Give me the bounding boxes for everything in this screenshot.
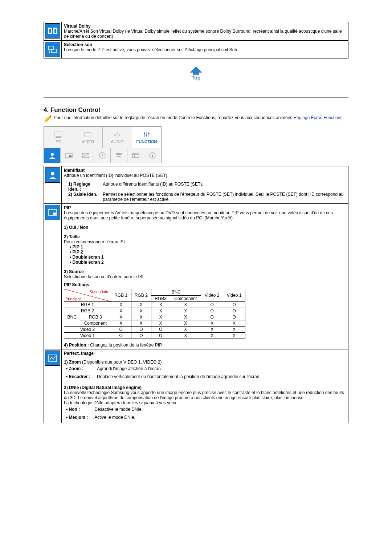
row-rgb1: RGB 1 xyxy=(64,302,111,308)
svg-rect-38 xyxy=(53,212,56,215)
section-4-heading: 4. Function Control xyxy=(44,106,348,114)
pip-cell: O xyxy=(111,327,131,333)
pip-cell: X xyxy=(151,308,170,314)
pip-cell: X xyxy=(111,308,131,314)
pip-icon xyxy=(45,205,60,220)
pip-settings-title: PIP Settings xyxy=(64,282,346,287)
pip-cell: O xyxy=(201,302,223,308)
virtual-dolby-desc: Marche/Arrêt Son Virtual Dolby (le Virtu… xyxy=(64,29,342,39)
sound-select-desc: Lorsque le mode PIP est activé, vous pou… xyxy=(64,47,238,52)
pip-cell: X xyxy=(131,308,151,314)
svg-text:Top: Top xyxy=(192,75,201,81)
reglage-iden-label: 1) Réglage Iden. : xyxy=(68,182,90,192)
svg-point-9 xyxy=(50,116,51,117)
top-link[interactable]: Top xyxy=(188,78,204,83)
pip-cell: O xyxy=(223,308,245,314)
subtab-screen[interactable] xyxy=(127,148,144,163)
top-arrow-icon: Top xyxy=(188,66,204,82)
pip-cell: X xyxy=(151,302,170,308)
svg-rect-3 xyxy=(54,29,56,33)
row-bnc: BNC xyxy=(64,314,80,327)
pip-cell: X xyxy=(131,302,151,308)
dnie-desc: La nouvelle technologie Samsung vous app… xyxy=(64,390,346,405)
svg-rect-11 xyxy=(56,137,61,138)
col-rgb1: RGB 1 xyxy=(111,289,131,302)
diag-primary: Principal xyxy=(65,297,81,301)
section-4-intro: Pour une information détaillée sur le ré… xyxy=(54,115,344,120)
perfect-title: Perfect. Image xyxy=(64,351,94,356)
pip-cell: X xyxy=(170,302,201,308)
tab-function[interactable]: FUNCTION xyxy=(132,127,161,148)
svg-rect-19 xyxy=(148,133,150,134)
svg-rect-12 xyxy=(85,133,91,137)
subtab-id[interactable] xyxy=(44,148,61,163)
virtual-dolby-title: Virtual Dolby xyxy=(64,24,91,29)
pip-cell: X xyxy=(151,320,170,327)
medium-desc: Active le mode DNIe. xyxy=(92,413,145,421)
identifiant-title: Identifiant xyxy=(64,168,85,173)
pip-cell: X xyxy=(111,314,131,320)
pip-cell: O xyxy=(151,327,170,333)
pip-cell: X xyxy=(223,320,245,327)
row-video2: Video 2 xyxy=(64,327,111,333)
subtab-info[interactable] xyxy=(144,148,160,163)
pip-taille-desc: Pour redimensionner l'écran ISI xyxy=(64,239,346,244)
tab-audio[interactable]: AUDIO xyxy=(103,127,132,148)
pip-settings-table: Secondaire Principal RGB 1 RGB 2 BNC Vid… xyxy=(64,289,245,339)
pip-desc: Lorsque des équipements AV tels magnétos… xyxy=(64,210,333,220)
function-detail-table: Identifiant Attribue un identifiant (ID)… xyxy=(44,166,348,423)
svg-marker-13 xyxy=(114,132,118,137)
pip-cell: X xyxy=(223,327,245,333)
pip-cell: O xyxy=(201,308,223,314)
pip-opt-ouinon: 1) Oui / Non xyxy=(64,225,346,230)
zoom-b-label: • Zoom : xyxy=(64,365,95,373)
pip-cell: O xyxy=(201,314,223,320)
tab-pc[interactable]: PC xyxy=(44,127,73,148)
subtab-time[interactable] xyxy=(94,148,111,163)
dolby-icon xyxy=(45,23,60,39)
col-bnc: BNC xyxy=(151,289,201,296)
row-component: Component xyxy=(80,320,111,327)
subtab-perfect[interactable] xyxy=(77,148,94,163)
encadrer-label: • Encadrer : xyxy=(64,373,95,381)
pip-position-label: 4) Position : xyxy=(64,343,89,348)
pip-cell: X xyxy=(170,314,201,320)
diag-secondary: Secondaire xyxy=(89,289,110,294)
sound-select-icon xyxy=(45,42,60,57)
pip-cell: O xyxy=(151,333,170,339)
svg-point-25 xyxy=(116,153,118,155)
saisie-iden-desc: Permet de sélectionner les fonctions de … xyxy=(103,192,344,202)
non-desc: Désactive le mode DNIe. xyxy=(92,405,145,413)
svg-point-34 xyxy=(152,154,153,154)
pip-source-desc: Sélectionne la source d'entrée pour le I… xyxy=(64,274,346,279)
pip-title: PIP xyxy=(64,205,71,210)
svg-point-28 xyxy=(117,156,119,157)
pip-bullet: • Double écran 1 xyxy=(64,255,346,260)
audio-settings-table: Virtual Dolby Marche/Arrêt Son Virtual D… xyxy=(44,22,348,58)
col-rgb2: RGB 2 xyxy=(131,289,151,302)
pip-cell: X xyxy=(170,308,201,314)
pip-cell: X xyxy=(151,314,170,320)
non-label: • Non : xyxy=(64,405,92,413)
pip-bullet: • PIP 1 xyxy=(64,244,346,250)
svg-point-20 xyxy=(51,153,54,156)
svg-rect-18 xyxy=(146,135,147,136)
encadrer-desc: Déplace verticalement ou horizontalement… xyxy=(95,373,263,381)
pip-cell: X xyxy=(223,333,245,339)
subtab-pip[interactable] xyxy=(61,148,77,163)
row-rgb2: RGB 2 xyxy=(64,308,111,314)
tab-video[interactable]: VIDEO xyxy=(73,127,103,148)
pip-cell: X xyxy=(111,302,131,308)
pip-opt-source: 3) Source xyxy=(64,269,346,274)
pip-cell: X xyxy=(131,314,151,320)
svg-rect-30 xyxy=(132,153,139,158)
svg-point-27 xyxy=(121,153,122,155)
pip-cell: X xyxy=(201,320,223,327)
intro-link[interactable]: Réglage Écran Fonctions xyxy=(294,115,343,120)
svg-rect-10 xyxy=(55,132,62,136)
perfect-image-icon xyxy=(45,351,60,366)
col-video2: Video 2 xyxy=(201,289,223,302)
svg-rect-2 xyxy=(49,29,51,33)
zoom-b-desc: Agrandi l'image affichée à l'écran. xyxy=(95,365,263,373)
subtab-multi[interactable] xyxy=(111,148,127,163)
